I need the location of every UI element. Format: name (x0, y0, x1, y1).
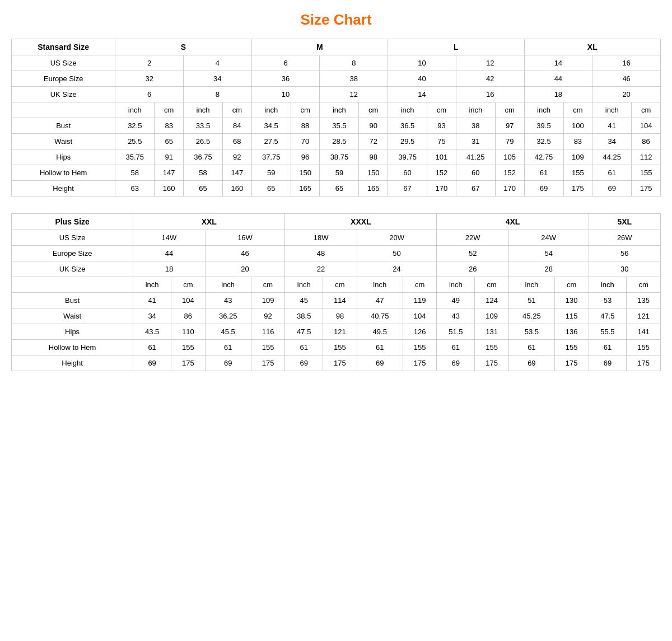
eu-40: 40 (388, 71, 456, 87)
col-xxl: XXL (133, 214, 285, 230)
table-cell: 38 (456, 118, 495, 134)
table-cell: 36.25 (205, 308, 251, 324)
table-cell: 88 (291, 118, 320, 134)
table-cell: 29.5 (388, 134, 427, 149)
table-cell: 98 (323, 308, 357, 324)
table-cell: 47.5 (285, 324, 323, 340)
unit-cm: cm (222, 102, 251, 118)
table-cell: 45 (285, 293, 323, 308)
table-cell: 135 (627, 293, 661, 308)
table-cell: 35.75 (115, 149, 155, 165)
table-cell: 86 (632, 134, 661, 149)
uk-20: 20 (592, 87, 661, 102)
us-14w: 14W (133, 230, 205, 246)
table-cell: 69 (437, 355, 475, 371)
table-cell: 92 (222, 149, 251, 165)
unit-cm: cm (632, 102, 661, 118)
plus-uk-30: 30 (589, 261, 660, 277)
unit-cm: cm (359, 102, 388, 118)
table-cell: 90 (359, 118, 388, 134)
table-cell: 155 (475, 340, 509, 355)
unit-cm: cm (563, 102, 592, 118)
unit-inch: inch (251, 102, 291, 118)
table-cell: 42.75 (524, 149, 563, 165)
table-cell: 37.75 (251, 149, 291, 165)
measurement-label: Bust (12, 293, 133, 308)
table-cell: 147 (222, 165, 251, 181)
table-cell: 69 (592, 181, 632, 196)
measurement-label: Waist (12, 308, 133, 324)
table-cell: 104 (632, 118, 661, 134)
uk-18: 18 (524, 87, 592, 102)
unit-cm: cm (495, 102, 524, 118)
col-s: S (115, 39, 251, 55)
table-cell: 83 (155, 118, 184, 134)
unit-cm: cm (155, 102, 184, 118)
table-cell: 47.5 (589, 308, 627, 324)
table-cell: 175 (403, 355, 437, 371)
plus-eu-56: 56 (589, 246, 660, 261)
table-cell: 70 (291, 134, 320, 149)
table-cell: 67 (456, 181, 495, 196)
table-cell: 68 (222, 134, 251, 149)
table-cell: 32.5 (524, 134, 563, 149)
page-title: Size Chart (11, 11, 661, 29)
table-cell: 96 (291, 149, 320, 165)
us-20w: 20W (357, 230, 437, 246)
table-cell: 121 (323, 324, 357, 340)
us-4: 4 (184, 55, 252, 71)
unit-cm: cm (427, 102, 456, 118)
table-cell: 155 (627, 340, 661, 355)
unit-inch: inch (320, 102, 359, 118)
table-cell: 33.5 (184, 118, 223, 134)
table-cell: 155 (554, 340, 589, 355)
uk-12: 12 (320, 87, 388, 102)
table-cell: 84 (222, 118, 251, 134)
measurement-label: Hips (12, 149, 115, 165)
table-cell: 31 (456, 134, 495, 149)
unit-inch: inch (589, 277, 627, 293)
plus-eu-48: 48 (285, 246, 357, 261)
col-plus-size: Plus Size (12, 214, 133, 230)
plus-uk-20: 20 (205, 261, 285, 277)
col-standard-size: Stansard Size (12, 39, 115, 55)
us-10: 10 (388, 55, 456, 71)
eu-36: 36 (251, 71, 320, 87)
table-cell: 53.5 (508, 324, 554, 340)
unit-inch: inch (437, 277, 475, 293)
uk-14: 14 (388, 87, 456, 102)
table-cell: 69 (133, 355, 171, 371)
table-cell: 69 (589, 355, 627, 371)
table-cell: 160 (155, 181, 184, 196)
table-cell: 109 (475, 308, 509, 324)
table-cell: 28.5 (320, 134, 359, 149)
standard-size-table: Stansard Size S M L XL US Size 2 4 6 8 1… (11, 39, 661, 196)
table-cell: 101 (427, 149, 456, 165)
table-cell: 47 (357, 293, 403, 308)
us-8: 8 (320, 55, 388, 71)
table-cell: 27.5 (251, 134, 291, 149)
table-cell: 69 (524, 181, 563, 196)
plus-eu-54: 54 (508, 246, 589, 261)
table-cell: 105 (495, 149, 524, 165)
us-2: 2 (115, 55, 184, 71)
table-cell: 170 (495, 181, 524, 196)
table-cell: 43 (437, 308, 475, 324)
table-cell: 41 (133, 293, 171, 308)
table-cell: 155 (563, 165, 592, 181)
unit-cm: cm (251, 277, 285, 293)
table-cell: 41 (592, 118, 632, 134)
us-24w: 24W (508, 230, 589, 246)
table-cell: 58 (184, 165, 223, 181)
table-cell: 65 (320, 181, 359, 196)
table-cell: 115 (554, 308, 589, 324)
table-cell: 119 (403, 293, 437, 308)
table-cell: 175 (251, 355, 285, 371)
table-cell: 141 (627, 324, 661, 340)
table-cell: 83 (563, 134, 592, 149)
table-cell: 51.5 (437, 324, 475, 340)
plus-eu-44: 44 (133, 246, 205, 261)
unit-inch: inch (184, 102, 223, 118)
table-cell: 152 (427, 165, 456, 181)
uk-10: 10 (251, 87, 320, 102)
